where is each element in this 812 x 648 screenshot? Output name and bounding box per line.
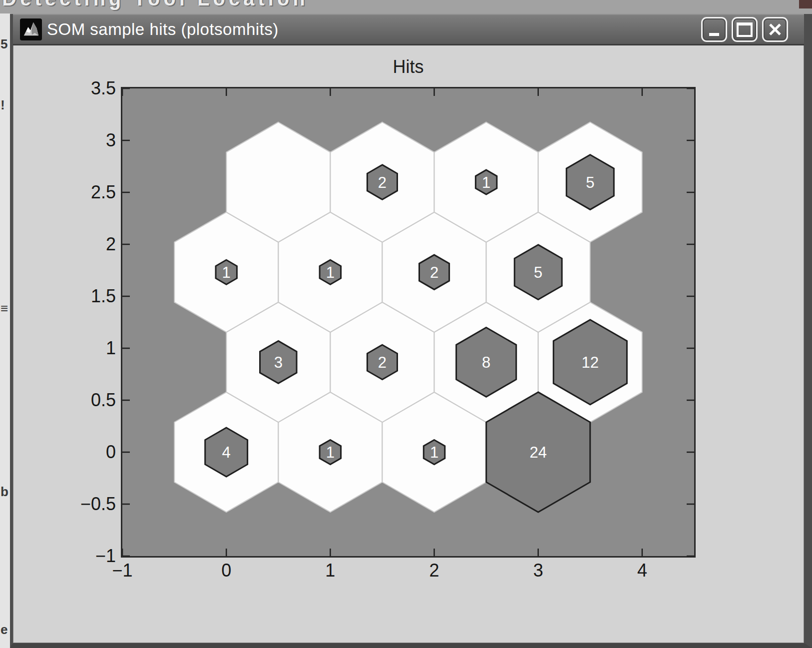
- figure-window: SOM sample hits (plotsomhits): [10, 14, 812, 648]
- minimize-icon: [709, 33, 719, 36]
- clipped-background-text: Detecting Tool Location: [2, 0, 309, 10]
- clipped-text-fragment: e: [0, 622, 7, 638]
- matlab-logo-icon: [20, 18, 42, 40]
- window-title: SOM sample hits (plotsomhits): [47, 20, 701, 39]
- close-button[interactable]: [762, 17, 788, 42]
- clipped-text-fragment: b: [0, 484, 8, 500]
- clipped-text-fragment: 5: [0, 36, 7, 52]
- background-window-corner-block: [799, 0, 812, 8]
- background-window-left-sliver: 5 ! ≡ b e: [0, 13, 11, 648]
- window-controls: [701, 17, 788, 42]
- clipped-text-fragment: !: [0, 97, 5, 113]
- background-window-clipped-titlebar: Detecting Tool Location: [0, 0, 812, 13]
- clipped-text-fragment: ≡: [0, 301, 8, 316]
- close-icon: [768, 22, 783, 37]
- minimize-button[interactable]: [701, 17, 727, 42]
- maximize-icon: [737, 22, 753, 37]
- window-titlebar[interactable]: SOM sample hits (plotsomhits): [13, 14, 804, 45]
- maximize-button[interactable]: [732, 17, 758, 42]
